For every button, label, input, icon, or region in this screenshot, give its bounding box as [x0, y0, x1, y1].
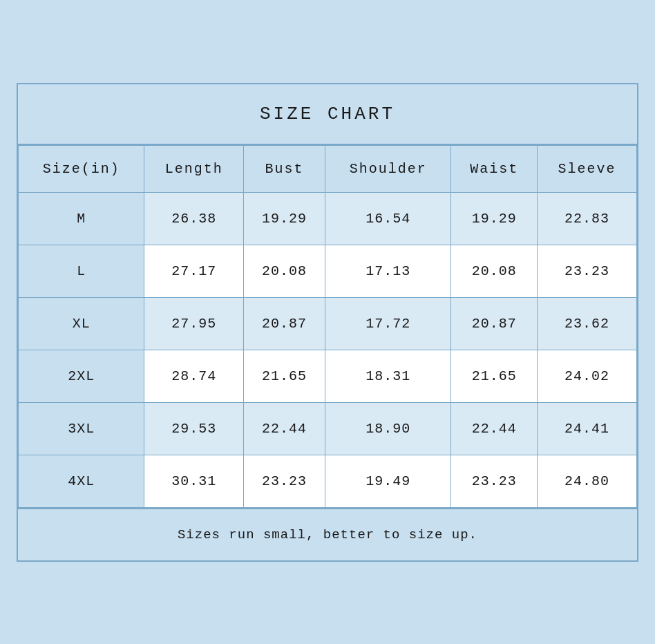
size-table: Size(in) Length Bust Shoulder Waist Slee… [18, 145, 637, 508]
cell-bust: 20.87 [244, 297, 325, 350]
table-header-row: Size(in) Length Bust Shoulder Waist Slee… [19, 145, 637, 192]
col-header-sleeve: Sleeve [538, 145, 637, 192]
cell-size: XL [19, 297, 144, 350]
cell-sleeve: 23.23 [538, 245, 637, 297]
cell-size: 2XL [19, 350, 144, 402]
chart-title-row: SIZE CHART [18, 84, 637, 145]
col-header-waist: Waist [451, 145, 538, 192]
cell-length: 26.38 [144, 192, 244, 245]
cell-size: 3XL [19, 402, 144, 455]
table-row: 2XL28.7421.6518.3121.6524.02 [19, 350, 637, 402]
table-body: M26.3819.2916.5419.2922.83L27.1720.0817.… [19, 192, 637, 507]
cell-bust: 21.65 [244, 350, 325, 402]
col-header-bust: Bust [244, 145, 325, 192]
cell-waist: 23.23 [451, 455, 538, 507]
cell-size: 4XL [19, 455, 144, 507]
col-header-size: Size(in) [19, 145, 144, 192]
cell-waist: 21.65 [451, 350, 538, 402]
cell-length: 27.95 [144, 297, 244, 350]
footer-text: Sizes run small, better to size up. [178, 527, 477, 542]
col-header-shoulder: Shoulder [325, 145, 451, 192]
table-row: M26.3819.2916.5419.2922.83 [19, 192, 637, 245]
cell-shoulder: 17.13 [325, 245, 451, 297]
cell-length: 27.17 [144, 245, 244, 297]
cell-waist: 20.08 [451, 245, 538, 297]
table-row: 4XL30.3123.2319.4923.2324.80 [19, 455, 637, 507]
table-row: 3XL29.5322.4418.9022.4424.41 [19, 402, 637, 455]
cell-size: M [19, 192, 144, 245]
cell-length: 29.53 [144, 402, 244, 455]
table-row: L27.1720.0817.1320.0823.23 [19, 245, 637, 297]
cell-waist: 22.44 [451, 402, 538, 455]
cell-bust: 22.44 [244, 402, 325, 455]
size-chart-container: SIZE CHART Size(in) Length Bust Shoulder… [17, 83, 638, 562]
cell-sleeve: 24.80 [538, 455, 637, 507]
cell-shoulder: 18.90 [325, 402, 451, 455]
cell-length: 28.74 [144, 350, 244, 402]
cell-shoulder: 16.54 [325, 192, 451, 245]
cell-bust: 20.08 [244, 245, 325, 297]
cell-length: 30.31 [144, 455, 244, 507]
cell-sleeve: 23.62 [538, 297, 637, 350]
cell-shoulder: 18.31 [325, 350, 451, 402]
chart-title: SIZE CHART [260, 104, 395, 124]
chart-footer: Sizes run small, better to size up. [18, 508, 637, 560]
cell-sleeve: 24.41 [538, 402, 637, 455]
cell-sleeve: 24.02 [538, 350, 637, 402]
cell-sleeve: 22.83 [538, 192, 637, 245]
cell-size: L [19, 245, 144, 297]
cell-shoulder: 19.49 [325, 455, 451, 507]
col-header-length: Length [144, 145, 244, 192]
cell-waist: 19.29 [451, 192, 538, 245]
cell-bust: 23.23 [244, 455, 325, 507]
cell-shoulder: 17.72 [325, 297, 451, 350]
table-row: XL27.9520.8717.7220.8723.62 [19, 297, 637, 350]
cell-bust: 19.29 [244, 192, 325, 245]
cell-waist: 20.87 [451, 297, 538, 350]
